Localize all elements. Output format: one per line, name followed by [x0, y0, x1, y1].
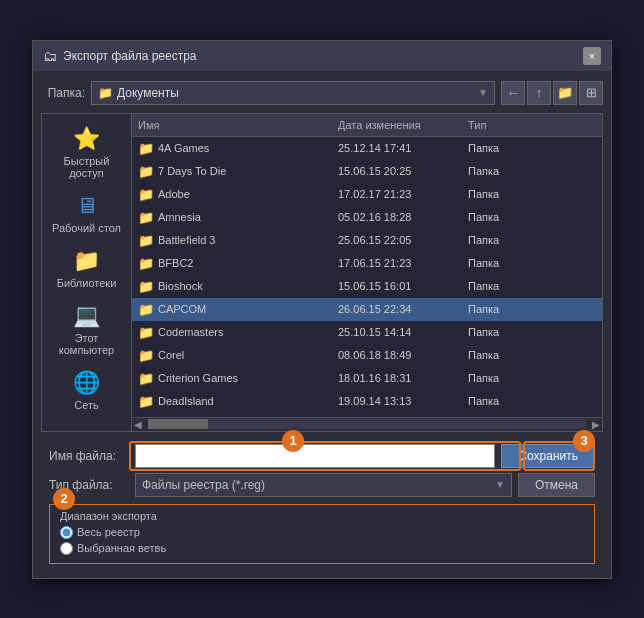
folder-icon: 📁 [138, 279, 154, 294]
filename-row: Имя файла: Сохранить [49, 444, 595, 468]
sidebar-label-pc: Этот компьютер [50, 332, 124, 356]
sidebar: ⭐ Быстрый доступ 🖥 Рабочий стол 📁 Библио… [42, 114, 132, 431]
table-row[interactable]: 📁 Corel 08.06.18 18:49 Папка [132, 344, 602, 367]
nav-back-button[interactable]: ← [501, 81, 525, 105]
cancel-button[interactable]: Отмена [518, 473, 595, 497]
toolbar-row: Папка: 📁 Документы ▼ ← ↑ 📁 ⊞ [41, 79, 603, 107]
table-row[interactable]: 📁 CAPCOM 26.06.15 22:34 Папка [132, 298, 602, 321]
radio-selected-branch[interactable] [60, 542, 73, 555]
nav-view-button[interactable]: ⊞ [579, 81, 603, 105]
folder-icon: 📁 [138, 256, 154, 271]
file-type: Папка [462, 393, 532, 409]
dialog-icon: 🗂 [43, 48, 57, 64]
file-date: 05.02.16 18:28 [332, 209, 462, 225]
sidebar-item-libraries[interactable]: 📁 Библиотеки [46, 242, 128, 295]
network-icon: 🌐 [73, 370, 100, 396]
file-type: Папка [462, 163, 532, 179]
filetype-select[interactable]: Файлы реестра (*.reg) ▼ [135, 473, 512, 497]
export-registry-dialog: 🗂 Экспорт файла реестра × Папка: 📁 Докум… [32, 40, 612, 579]
chevron-down-icon: ▼ [478, 87, 488, 98]
table-row[interactable]: 📁 Amnesia 05.02.16 18:28 Папка [132, 206, 602, 229]
export-range-title: Диапазон экспорта [60, 510, 584, 522]
sidebar-item-quick-access[interactable]: ⭐ Быстрый доступ [46, 120, 128, 185]
radio-option1-label: Весь реестр [77, 526, 140, 538]
table-row[interactable]: 📁 Bioshock 15.06.15 16:01 Папка [132, 275, 602, 298]
file-type: Папка [462, 347, 532, 363]
file-date: 15.06.15 20:25 [332, 163, 462, 179]
folder-icon: 📁 [98, 86, 113, 100]
export-range: Диапазон экспорта Весь реестр Выбранная … [49, 504, 595, 564]
file-type: Папка [462, 186, 532, 202]
sidebar-label-desktop: Рабочий стол [52, 222, 121, 234]
file-type: Папка [462, 278, 532, 294]
table-row[interactable]: 📁 Codemasters 25.10.15 14:14 Папка [132, 321, 602, 344]
file-list[interactable]: 📁 4A Games 25.12.14 17:41 Папка 📁 7 Days… [132, 137, 602, 417]
table-row[interactable]: 📁 4A Games 25.12.14 17:41 Папка [132, 137, 602, 160]
filetype-chevron-icon: ▼ [495, 479, 505, 490]
folder-select[interactable]: 📁 Документы ▼ [91, 81, 495, 105]
star-icon: ⭐ [73, 126, 100, 152]
folder-label: Папка: [41, 86, 85, 100]
file-name: Amnesia [158, 211, 201, 223]
col-header-type: Тип [462, 117, 532, 133]
file-date: 15.06.15 16:01 [332, 278, 462, 294]
file-name: 4A Games [158, 142, 209, 154]
annotation-1: 1 [282, 430, 304, 452]
file-date: 25.10.15 14:14 [332, 324, 462, 340]
sidebar-item-desktop[interactable]: 🖥 Рабочий стол [46, 187, 128, 240]
hscroll-track[interactable] [148, 419, 586, 429]
file-date: 19.09.14 13:13 [332, 393, 462, 409]
file-date: 17.06.15 21:23 [332, 255, 462, 271]
file-date: 17.02.17 21:23 [332, 186, 462, 202]
sidebar-item-network[interactable]: 🌐 Сеть [46, 364, 128, 417]
file-name: BFBC2 [158, 257, 193, 269]
sidebar-item-this-pc[interactable]: 💻 Этот компьютер [46, 297, 128, 362]
desktop-icon: 🖥 [76, 193, 98, 219]
table-row[interactable]: 📁 Criterion Games 18.01.16 18:31 Папка [132, 367, 602, 390]
file-type: Папка [462, 255, 532, 271]
annotation-3: 3 [573, 430, 595, 452]
hscroll-thumb[interactable] [148, 419, 208, 429]
folder-icon: 📁 [138, 394, 154, 409]
file-name: Adobe [158, 188, 190, 200]
close-button[interactable]: × [583, 47, 601, 65]
table-row[interactable]: 📁 7 Days To Die 15.06.15 20:25 Папка [132, 160, 602, 183]
file-name: 7 Days To Die [158, 165, 226, 177]
file-type: Папка [462, 324, 532, 340]
table-row[interactable]: 📁 Adobe 17.02.17 21:23 Папка [132, 183, 602, 206]
filename-input[interactable] [135, 444, 495, 468]
folder-icon: 📁 [138, 302, 154, 317]
col-header-name: Имя [132, 117, 332, 133]
radio-option1-row: Весь реестр [60, 526, 584, 539]
folder-icon: 📁 [138, 187, 154, 202]
file-list-header: Имя Дата изменения Тип [132, 114, 602, 137]
file-date: 25.12.14 17:41 [332, 140, 462, 156]
library-icon: 📁 [73, 248, 100, 274]
table-row[interactable]: 📁 BFBC2 17.06.15 21:23 Папка [132, 252, 602, 275]
file-name: Codemasters [158, 326, 223, 338]
export-range-wrap: Диапазон экспорта Весь реестр Выбранная … [49, 502, 595, 564]
file-name: CAPCOM [158, 303, 206, 315]
hscroll-bar[interactable]: ◀ ▶ [132, 417, 602, 431]
file-name: DeadIsland [158, 395, 214, 407]
file-name: Criterion Games [158, 372, 238, 384]
table-row[interactable]: 📁 DeadIsland 19.09.14 13:13 Папка [132, 390, 602, 413]
sidebar-label-libraries: Библиотеки [57, 277, 117, 289]
col-header-date: Дата изменения [332, 117, 462, 133]
radio-option2-label: Выбранная ветвь [77, 542, 166, 554]
folder-icon: 📁 [138, 164, 154, 179]
table-row[interactable]: 📁 Battlefield 3 25.06.15 22:05 Папка [132, 229, 602, 252]
file-name: Corel [158, 349, 184, 361]
radio-all-registry[interactable] [60, 526, 73, 539]
nav-up-button[interactable]: ↑ [527, 81, 551, 105]
file-type: Папка [462, 209, 532, 225]
folder-icon: 📁 [138, 371, 154, 386]
pc-icon: 💻 [73, 303, 100, 329]
file-date: 25.06.15 22:05 [332, 232, 462, 248]
annotation-2: 2 [53, 488, 75, 510]
filetype-row: Тип файла: Файлы реестра (*.reg) ▼ Отмен… [49, 473, 595, 497]
dialog-title: Экспорт файла реестра [63, 49, 197, 63]
folder-icon: 📁 [138, 210, 154, 225]
filename-label: Имя файла: [49, 449, 129, 463]
nav-newfolder-button[interactable]: 📁 [553, 81, 577, 105]
